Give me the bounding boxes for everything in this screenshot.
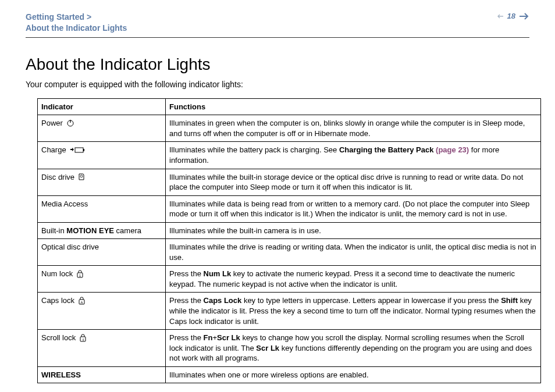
numlock-icon: 1 — [76, 270, 84, 278]
table-row: Optical disc drive Illuminates while the… — [38, 239, 541, 266]
indicator-label: Num lock — [41, 269, 73, 279]
disc-icon — [78, 173, 85, 181]
indicator-label: Scroll lock — [41, 333, 76, 343]
table-row: Num lock 1 Press the Num Lk key to activ… — [38, 266, 541, 293]
table-row: Caps lock A Press the Caps Lock key to t… — [38, 293, 541, 330]
svg-text:1: 1 — [79, 274, 81, 277]
next-page-arrow-icon[interactable] — [519, 12, 529, 20]
function-text: Illuminates while the built-in camera is… — [166, 222, 541, 239]
table-row: Power Illuminates in green when the comp… — [38, 115, 541, 142]
function-text: Press the Num Lk key to activate the num… — [166, 266, 541, 293]
capslock-icon: A — [78, 297, 86, 305]
indicator-label: Caps lock — [41, 295, 74, 306]
power-icon — [66, 119, 74, 127]
indicator-table: Indicator Functions Power Illuminates in… — [37, 98, 541, 383]
function-text: Illuminates while the battery pack is ch… — [166, 142, 541, 169]
indicator-label: Charge — [41, 145, 66, 155]
indicator-label: Built-in MOTION EYE camera — [38, 222, 166, 239]
page-nav: 18 — [497, 12, 529, 20]
function-text: Illuminates while data is being read fro… — [166, 195, 541, 222]
function-text: Press the Caps Lock key to type letters … — [166, 293, 541, 330]
table-row: Disc drive Illuminates while the built-i… — [38, 169, 541, 195]
svg-text:⇕: ⇕ — [82, 337, 84, 341]
indicator-label: Media Access — [38, 195, 166, 222]
scrolllock-icon: ⇕ — [79, 334, 87, 342]
function-text: Illuminates in green when the computer i… — [166, 115, 541, 142]
table-row: Charge Illuminates while the battery pac… — [38, 142, 541, 169]
page-header: Getting Started > About the Indicator Li… — [26, 12, 529, 38]
charge-icon — [70, 146, 85, 154]
function-text: Press the Fn+Scr Lk keys to change how y… — [166, 330, 541, 367]
table-row: WIRELESS Illuminates when one or more wi… — [38, 366, 541, 383]
col-header-functions: Functions — [166, 98, 541, 115]
indicator-label: Disc drive — [41, 172, 74, 183]
breadcrumb-line: Getting Started > — [26, 12, 127, 23]
table-row: Media Access Illuminates while data is b… — [38, 195, 541, 222]
prev-page-arrow-icon[interactable] — [497, 13, 504, 19]
breadcrumb-line: About the Indicator Lights — [26, 23, 127, 34]
function-text: Illuminates while the built-in storage d… — [166, 169, 541, 195]
table-row: Built-in MOTION EYE camera Illuminates w… — [38, 222, 541, 239]
breadcrumb: Getting Started > About the Indicator Li… — [26, 12, 127, 34]
col-header-indicator: Indicator — [38, 98, 166, 115]
page-link[interactable]: (page 23) — [436, 145, 469, 154]
intro-text: Your computer is equipped with the follo… — [26, 80, 529, 89]
indicator-label: WIRELESS — [38, 366, 166, 383]
function-text: Illuminates when one or more wireless op… — [166, 366, 541, 383]
function-text: Illuminates while the drive is reading o… — [166, 239, 541, 266]
svg-text:A: A — [81, 301, 83, 304]
indicator-label: Optical disc drive — [38, 239, 166, 266]
page-number: 18 — [507, 12, 515, 20]
table-row: Scroll lock ⇕ Press the Fn+Scr Lk keys t… — [38, 330, 541, 367]
indicator-label: Power — [41, 118, 63, 129]
page-title: About the Indicator Lights — [26, 55, 529, 74]
